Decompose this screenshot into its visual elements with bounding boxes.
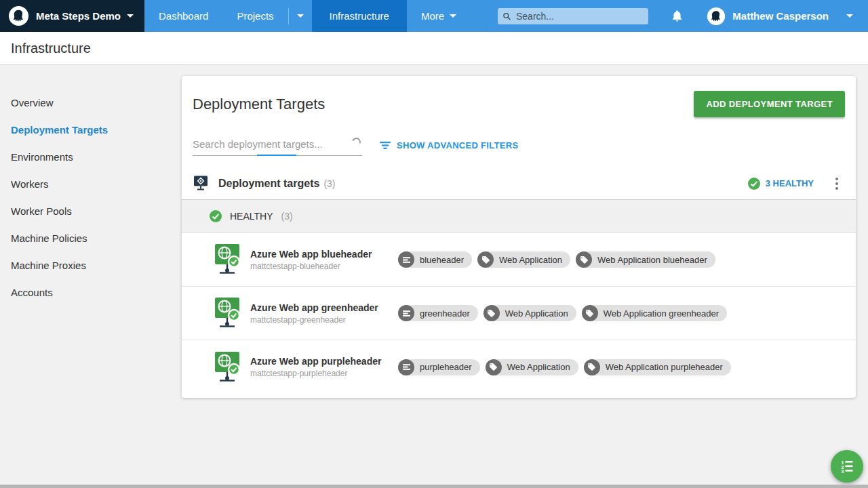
card-title: Deployment Targets <box>193 96 325 113</box>
environment-icon <box>398 251 414 268</box>
role-chip[interactable]: Web Application greenheader <box>582 305 727 321</box>
target-row[interactable]: Azure Web app greenheader mattctestapp-g… <box>182 287 856 340</box>
notifications-button[interactable] <box>671 9 684 22</box>
card-header: Deployment Targets ADD DEPLOYMENT TARGET <box>182 76 856 121</box>
chevron-down-icon <box>450 14 456 18</box>
chevron-down-icon <box>297 14 304 18</box>
target-machine-id: mattctestapp-purpleheader <box>250 369 387 378</box>
nav-tab-dashboard[interactable]: Dashboard <box>144 0 222 32</box>
deployment-target-icon <box>193 175 209 192</box>
tag-icon <box>584 359 600 375</box>
svg-text:3: 3 <box>842 469 844 474</box>
health-group-count: (3) <box>281 211 293 222</box>
deployment-targets-card: Deployment Targets ADD DEPLOYMENT TARGET… <box>182 76 856 398</box>
target-info: Azure Web app purpleheader mattctestapp-… <box>250 356 387 378</box>
list-title: Deployment targets <box>218 178 319 190</box>
role-chip[interactable]: Web Application <box>477 251 570 268</box>
show-advanced-filters-link[interactable]: SHOW ADVANCED FILTERS <box>380 140 518 150</box>
nav-tab-infrastructure[interactable]: Infrastructure <box>312 0 407 32</box>
target-name: Azure Web app greenheader <box>250 302 387 313</box>
role-chip[interactable]: Web Application blueheader <box>576 251 715 268</box>
environment-icon <box>398 305 414 321</box>
kebab-menu-icon[interactable] <box>829 176 845 192</box>
nav-tab-more[interactable]: More <box>407 0 471 32</box>
space-switcher[interactable]: Meta Steps Demo <box>0 0 144 32</box>
task-list-icon: 1 2 3 <box>839 458 855 474</box>
target-chips: purpleheader Web Application Web Applica… <box>398 359 731 375</box>
task-list-fab-button[interactable]: 1 2 3 <box>831 450 863 483</box>
tag-icon <box>477 251 494 268</box>
nav-tab-projects[interactable]: Projects <box>222 0 288 32</box>
targets-search-input[interactable] <box>193 134 362 155</box>
page-header: Infrastructure <box>0 32 868 65</box>
list-header-right: 3 HEALTHY <box>748 176 845 192</box>
horizontal-scrollbar[interactable] <box>0 485 868 488</box>
search-focus-underline <box>257 155 296 156</box>
top-navigation: Meta Steps Demo Dashboard Projects Infra… <box>0 0 868 32</box>
global-search[interactable] <box>498 8 648 24</box>
tag-icon <box>582 305 598 321</box>
target-row[interactable]: Azure Web app blueheader mattctestapp-bl… <box>182 233 856 287</box>
octopus-logo-icon <box>8 5 29 26</box>
environment-chip[interactable]: purpleheader <box>398 359 480 375</box>
target-chips: blueheader Web Application Web Applicati… <box>398 251 715 268</box>
tag-icon <box>576 251 592 268</box>
sidebar-item-workers[interactable]: Workers <box>0 171 182 198</box>
target-name: Azure Web app blueheader <box>250 249 387 260</box>
user-name[interactable]: Matthew Casperson <box>732 10 829 22</box>
sidebar-item-environments[interactable]: Environments <box>0 144 182 171</box>
sidebar-item-deployment-targets[interactable]: Deployment Targets <box>0 117 182 144</box>
global-search-input[interactable] <box>516 11 644 22</box>
azure-web-app-icon <box>214 352 241 383</box>
target-info: Azure Web app blueheader mattctestapp-bl… <box>250 249 387 271</box>
bell-icon <box>671 9 684 22</box>
chevron-down-icon <box>127 14 134 18</box>
target-info: Azure Web app greenheader mattctestapp-g… <box>250 302 387 325</box>
tag-icon <box>486 359 502 375</box>
add-deployment-target-button[interactable]: ADD DEPLOYMENT TARGET <box>694 91 845 117</box>
azure-web-app-icon <box>214 244 241 275</box>
target-machine-id: mattctestapp-blueheader <box>250 262 387 271</box>
health-summary-link[interactable]: 3 HEALTHY <box>748 178 814 190</box>
space-name: Meta Steps Demo <box>36 10 121 22</box>
environment-icon <box>398 359 414 375</box>
target-row[interactable]: Azure Web app purpleheader mattctestapp-… <box>182 340 856 394</box>
target-machine-id: mattctestapp-greenheader <box>250 315 387 325</box>
infrastructure-sidebar: Overview Deployment Targets Environments… <box>0 65 182 306</box>
azure-web-app-icon <box>214 298 241 329</box>
user-avatar[interactable] <box>707 7 726 26</box>
role-chip[interactable]: Web Application <box>484 305 576 321</box>
user-menu-chevron-icon[interactable] <box>846 14 853 18</box>
nav-right-section: Matthew Casperson <box>498 0 868 32</box>
list-count: (3) <box>323 178 335 189</box>
sidebar-item-machine-proxies[interactable]: Machine Proxies <box>0 252 182 279</box>
projects-dropdown-button[interactable] <box>289 0 312 32</box>
sidebar-item-accounts[interactable]: Accounts <box>0 279 182 306</box>
role-chip[interactable]: Web Application purpleheader <box>584 359 731 375</box>
health-group-header: HEALTHY (3) <box>182 200 856 233</box>
search-icon <box>502 12 511 21</box>
tag-icon <box>484 305 500 321</box>
sidebar-item-worker-pools[interactable]: Worker Pools <box>0 198 182 225</box>
health-group-label: HEALTHY <box>230 211 273 222</box>
role-chip[interactable]: Web Application <box>486 359 578 375</box>
sidebar-item-overview[interactable]: Overview <box>0 89 182 117</box>
filter-icon <box>380 141 391 150</box>
environment-chip[interactable]: blueheader <box>398 251 472 268</box>
targets-search-field[interactable] <box>193 134 362 156</box>
targets-list-header: Deployment targets (3) 3 HEALTHY <box>182 167 856 200</box>
check-circle-icon <box>210 210 222 222</box>
page-title: Infrastructure <box>11 41 91 56</box>
environment-chip[interactable]: greenheader <box>398 305 478 321</box>
target-chips: greenheader Web Application Web Applicat… <box>398 305 727 321</box>
sidebar-item-machine-policies[interactable]: Machine Policies <box>0 225 182 252</box>
filter-row: SHOW ADVANCED FILTERS <box>182 121 856 159</box>
check-circle-icon <box>748 178 760 190</box>
target-name: Azure Web app purpleheader <box>250 356 387 367</box>
